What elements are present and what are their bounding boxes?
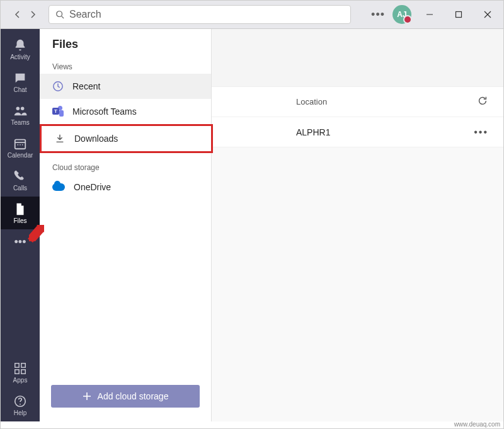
- view-downloads[interactable]: Downloads: [40, 124, 213, 153]
- app-rail: Activity Chat Teams Calendar Calls Files…: [1, 29, 40, 421]
- apps-icon: [13, 362, 27, 375]
- location-column-header: Location: [227, 97, 477, 106]
- views-section-label: Views: [40, 59, 211, 74]
- svg-point-0: [57, 11, 62, 17]
- maximize-button[interactable]: [448, 5, 469, 24]
- more-options-button[interactable]: •••: [371, 8, 385, 21]
- refresh-icon: [477, 95, 488, 106]
- plus-icon: [83, 392, 91, 401]
- onedrive-icon: [52, 183, 65, 191]
- svg-point-7: [21, 106, 24, 110]
- close-button[interactable]: [477, 5, 498, 24]
- svg-rect-13: [15, 363, 19, 367]
- page-title: Files: [40, 38, 211, 59]
- svg-point-12: [22, 144, 23, 145]
- file-row[interactable]: ALPHR1 •••: [212, 117, 503, 147]
- detail-column-header: Location: [212, 87, 503, 117]
- refresh-button[interactable]: [477, 95, 488, 109]
- row-more-button[interactable]: •••: [474, 127, 488, 138]
- svg-point-10: [17, 144, 18, 145]
- cloud-section-label: Cloud storage: [40, 159, 211, 174]
- svg-line-1: [62, 16, 64, 19]
- svg-rect-3: [456, 12, 462, 18]
- search-input[interactable]: Search: [49, 5, 351, 24]
- view-microsoft-teams[interactable]: T Microsoft Teams: [40, 99, 211, 124]
- download-icon: [54, 133, 66, 144]
- rail-activity[interactable]: Activity: [1, 33, 40, 66]
- svg-point-11: [20, 144, 21, 145]
- svg-rect-16: [21, 369, 25, 373]
- calendar-icon: [13, 137, 27, 151]
- files-sidebar: Files Views Recent T Microsoft Teams Dow…: [40, 29, 212, 421]
- rail-chat[interactable]: Chat: [1, 66, 40, 98]
- titlebar-right: ••• AJ: [371, 5, 498, 24]
- title-bar: Search ••• AJ: [0, 0, 504, 29]
- history-nav: [6, 8, 45, 21]
- rail-help[interactable]: Help: [1, 389, 40, 421]
- svg-rect-15: [15, 369, 19, 373]
- svg-point-6: [16, 106, 20, 110]
- rail-files[interactable]: Files: [1, 197, 40, 229]
- rail-calls[interactable]: Calls: [1, 164, 40, 197]
- rail-more[interactable]: •••: [14, 229, 26, 255]
- teams-icon: [13, 104, 27, 118]
- rail-apps[interactable]: Apps: [1, 356, 40, 389]
- svg-rect-14: [21, 363, 25, 367]
- user-avatar[interactable]: AJ: [392, 5, 411, 24]
- teams-app-icon: T: [52, 106, 64, 117]
- search-placeholder: Search: [69, 9, 101, 20]
- files-detail: Location ALPHR1 •••: [212, 29, 503, 421]
- file-icon: [13, 202, 27, 216]
- phone-icon: [13, 169, 27, 183]
- view-recent[interactable]: Recent: [40, 74, 211, 99]
- chat-icon: [13, 71, 27, 85]
- watermark: www.deuaq.com: [454, 421, 500, 428]
- detail-header-space: [212, 29, 503, 87]
- clock-icon: [52, 81, 64, 92]
- svg-rect-8: [15, 139, 26, 149]
- add-cloud-storage-button[interactable]: Add cloud storage: [51, 385, 200, 408]
- rail-calendar[interactable]: Calendar: [1, 131, 40, 164]
- help-icon: [13, 394, 27, 408]
- rail-teams[interactable]: Teams: [1, 98, 40, 131]
- svg-point-18: [20, 403, 21, 404]
- view-onedrive[interactable]: OneDrive: [40, 174, 211, 200]
- forward-button[interactable]: [26, 8, 39, 21]
- minimize-button[interactable]: [419, 5, 440, 24]
- back-button[interactable]: [11, 8, 24, 21]
- bell-icon: [13, 38, 27, 52]
- file-row-name: ALPHR1: [227, 127, 474, 137]
